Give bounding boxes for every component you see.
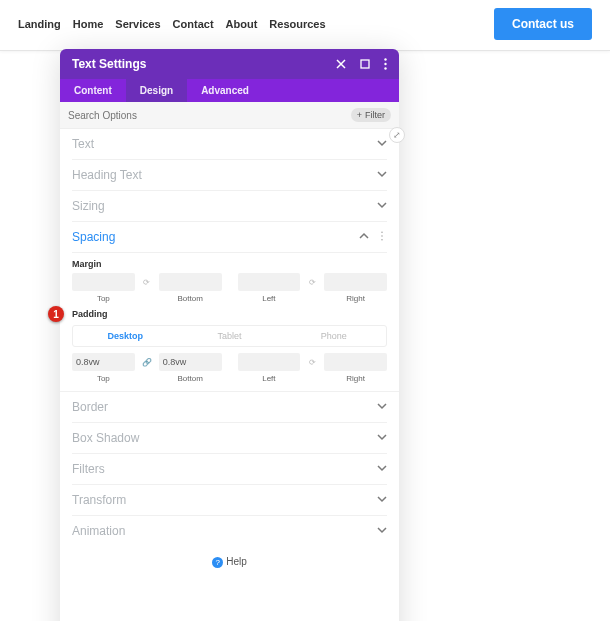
link-icon[interactable]: ⟳ (306, 353, 318, 371)
padding-right-input[interactable] (324, 353, 387, 371)
margin-inputs: Top ⟳ Bottom Left ⟳ (72, 273, 387, 303)
nav-resources[interactable]: Resources (269, 18, 325, 30)
tab-content[interactable]: Content (60, 79, 126, 102)
svg-point-1 (384, 58, 386, 60)
section-border[interactable]: Border (72, 392, 387, 423)
section-animation[interactable]: Animation (72, 516, 387, 546)
margin-bottom-input[interactable] (159, 273, 222, 291)
svg-point-4 (381, 231, 383, 233)
design-sections: Text Heading Text Sizing Spacing (60, 129, 399, 253)
close-icon[interactable] (336, 59, 346, 69)
section-label: Heading Text (72, 168, 142, 182)
chevron-up-icon (359, 230, 369, 244)
spacing-panel: Margin Top ⟳ Bottom (60, 259, 399, 392)
link-icon[interactable]: ⟳ (141, 273, 153, 291)
device-tablet[interactable]: Tablet (177, 326, 281, 346)
more-icon[interactable] (384, 58, 387, 70)
settings-tabs: Content Design Advanced (60, 79, 399, 102)
filter-label: Filter (365, 110, 385, 120)
section-label: Border (72, 400, 108, 414)
modal-title: Text Settings (72, 57, 146, 71)
section-label: Filters (72, 462, 105, 476)
margin-left-input[interactable] (238, 273, 301, 291)
input-caption: Bottom (177, 294, 202, 303)
input-caption: Right (346, 374, 365, 383)
input-caption: Left (262, 294, 275, 303)
tab-advanced[interactable]: Advanced (187, 79, 263, 102)
svg-rect-0 (361, 60, 369, 68)
section-transform[interactable]: Transform (72, 485, 387, 516)
device-tabs: Desktop Tablet Phone (72, 325, 387, 347)
padding-left-input[interactable] (238, 353, 301, 371)
contact-us-button[interactable]: Contact us (494, 8, 592, 40)
modal-header[interactable]: Text Settings (60, 49, 399, 79)
input-caption: Top (97, 294, 110, 303)
tab-design[interactable]: Design (126, 79, 187, 102)
section-sizing[interactable]: Sizing (72, 191, 387, 222)
svg-point-2 (384, 63, 386, 65)
chevron-down-icon (377, 400, 387, 414)
chevron-down-icon (377, 493, 387, 507)
chevron-down-icon (377, 137, 387, 151)
margin-right-input[interactable] (324, 273, 387, 291)
nav-about[interactable]: About (226, 18, 258, 30)
chevron-down-icon (377, 431, 387, 445)
svg-point-3 (384, 67, 386, 69)
device-phone[interactable]: Phone (282, 326, 386, 346)
help-icon: ? (212, 557, 223, 568)
link-icon[interactable]: ⟳ (306, 273, 318, 291)
section-filters[interactable]: Filters (72, 454, 387, 485)
section-box-shadow[interactable]: Box Shadow (72, 423, 387, 454)
link-icon[interactable]: 🔗 (141, 353, 153, 371)
text-settings-modal: Text Settings Content Design Advanced + … (60, 49, 399, 621)
callout-badge: 1 (48, 306, 64, 322)
section-text[interactable]: Text (72, 129, 387, 160)
collapse-icon[interactable]: ⤢ (389, 127, 405, 143)
search-input[interactable] (68, 110, 351, 121)
svg-point-5 (381, 235, 383, 237)
input-caption: Bottom (177, 374, 202, 383)
chevron-down-icon (377, 462, 387, 476)
section-label: Box Shadow (72, 431, 139, 445)
section-label: Text (72, 137, 94, 151)
margin-label: Margin (72, 259, 387, 269)
margin-top-input[interactable] (72, 273, 135, 291)
filter-button[interactable]: + Filter (351, 108, 391, 122)
svg-point-6 (381, 239, 383, 241)
input-caption: Right (346, 294, 365, 303)
padding-bottom-input[interactable] (159, 353, 222, 371)
nav-services[interactable]: Services (115, 18, 160, 30)
chevron-down-icon (377, 199, 387, 213)
input-caption: Top (97, 374, 110, 383)
section-label: Animation (72, 524, 125, 538)
design-sections-lower: Border Box Shadow Filters Transform Anim… (60, 392, 399, 546)
padding-top-input[interactable] (72, 353, 135, 371)
section-spacing[interactable]: Spacing (72, 222, 387, 253)
input-caption: Left (262, 374, 275, 383)
nav-landing[interactable]: Landing (18, 18, 61, 30)
padding-label: Padding (72, 309, 387, 319)
section-label: Transform (72, 493, 126, 507)
help-link[interactable]: ?Help (60, 546, 399, 621)
nav-contact[interactable]: Contact (173, 18, 214, 30)
section-label: Spacing (72, 230, 115, 244)
modal-header-actions (336, 58, 387, 70)
main-nav: Landing Home Services Contact About Reso… (18, 18, 326, 30)
padding-inputs: Top 🔗 Bottom Left ⟳ (72, 353, 387, 383)
device-desktop[interactable]: Desktop (73, 326, 177, 346)
nav-home[interactable]: Home (73, 18, 104, 30)
site-header: Landing Home Services Contact About Reso… (0, 0, 610, 51)
search-row: + Filter (60, 102, 399, 129)
chevron-down-icon (377, 524, 387, 538)
section-label: Sizing (72, 199, 105, 213)
section-more-icon[interactable] (377, 230, 387, 244)
section-heading-text[interactable]: Heading Text (72, 160, 387, 191)
plus-icon: + (357, 110, 362, 120)
expand-icon[interactable] (360, 59, 370, 69)
chevron-down-icon (377, 168, 387, 182)
help-label: Help (226, 556, 247, 567)
